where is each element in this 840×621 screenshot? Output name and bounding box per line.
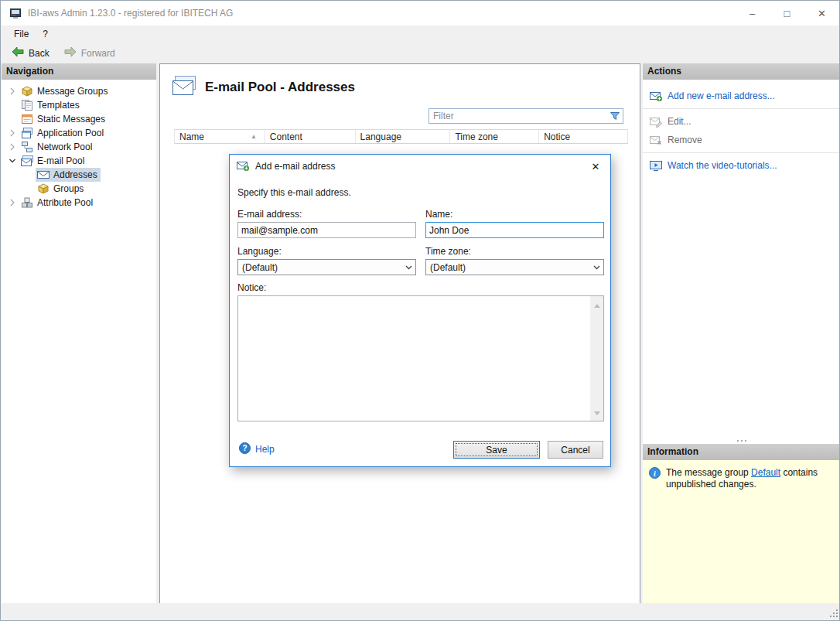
tree-label: E-mail Pool — [37, 155, 84, 166]
add-email-icon — [650, 90, 662, 102]
notice-field-wrap — [237, 295, 604, 421]
tree-label: Attribute Pool — [37, 197, 93, 208]
cancel-button[interactable]: Cancel — [548, 441, 603, 459]
tree-item-addresses[interactable]: Addresses — [2, 168, 156, 182]
static-messages-icon — [21, 113, 33, 125]
application-pool-icon — [21, 127, 33, 139]
name-field[interactable] — [425, 222, 604, 238]
edit-email-icon — [650, 115, 662, 128]
forward-button: Forward — [59, 44, 120, 62]
filter-funnel-icon[interactable] — [610, 111, 620, 121]
tree-item-attribute-pool[interactable]: Attribute Pool — [2, 196, 156, 210]
navigation-tree: Message Groups Templates Static Messages… — [2, 80, 156, 210]
menubar: File ? — [1, 26, 839, 43]
actions-list: Add new e-mail address... Edit... Remove… — [643, 80, 840, 438]
email-address-field[interactable] — [237, 222, 416, 238]
tree-item-templates[interactable]: Templates — [2, 98, 156, 112]
add-email-icon — [237, 159, 249, 174]
close-icon[interactable]: ✕ — [804, 1, 839, 26]
dialog-titlebar: Add e-mail address — [230, 155, 610, 178]
minimize-icon[interactable]: – — [735, 1, 770, 26]
tree-label: Static Messages — [37, 114, 105, 125]
tree-item-message-groups[interactable]: Message Groups — [2, 84, 156, 98]
column-header-timezone[interactable]: Time zone — [450, 130, 539, 143]
chevron-down-icon — [590, 265, 603, 270]
chevron-right-icon[interactable] — [7, 129, 18, 137]
panel-splitter-handle[interactable] — [643, 438, 840, 444]
menu-file[interactable]: File — [7, 26, 36, 43]
email-pool-icon — [21, 155, 33, 167]
language-select[interactable]: (Default) — [237, 259, 416, 275]
notice-label: Notice: — [237, 282, 266, 293]
status-bar — [2, 603, 840, 619]
app-window: IBI-aws Admin 1.23.0 - registered for IB… — [0, 0, 840, 621]
add-email-address-dialog: Add e-mail address ✕ Specify this e-mail… — [229, 154, 611, 467]
tree-item-static-messages[interactable]: Static Messages — [2, 112, 156, 126]
tree-item-groups[interactable]: Groups — [2, 182, 156, 196]
scrollbar[interactable] — [590, 296, 603, 421]
svg-text:?: ? — [242, 444, 247, 452]
page-title: E-mail Pool - Addresses — [205, 80, 355, 95]
back-arrow-icon — [11, 46, 25, 60]
forward-arrow-icon — [63, 46, 77, 60]
groups-icon — [37, 183, 50, 195]
tree-item-application-pool[interactable]: Application Pool — [2, 126, 156, 140]
column-header-content[interactable]: Content — [265, 130, 356, 143]
message-groups-icon — [21, 85, 33, 97]
navigation-header: Navigation — [2, 63, 156, 80]
information-header: Information — [643, 444, 840, 460]
window-title: IBI-aws Admin 1.23.0 - registered for IB… — [28, 8, 735, 19]
tree-label: Addresses — [53, 169, 97, 180]
chevron-down-icon[interactable] — [7, 157, 18, 165]
column-header-notice[interactable]: Notice — [539, 130, 628, 143]
default-message-group-link[interactable]: Default — [751, 467, 780, 478]
actions-header: Actions — [643, 63, 840, 80]
remove-action: Remove — [643, 131, 840, 149]
dialog-description: Specify this e-mail address. — [237, 187, 351, 198]
tree-item-email-pool[interactable]: E-mail Pool — [2, 154, 156, 168]
tree-item-network-pool[interactable]: Network Pool — [2, 140, 156, 154]
sort-asc-icon: ▲ — [251, 134, 257, 140]
scroll-down-icon[interactable] — [594, 407, 600, 418]
resize-grip[interactable] — [829, 609, 838, 618]
svg-text:i: i — [654, 469, 656, 478]
save-button[interactable]: Save — [453, 441, 540, 459]
name-label: Name: — [425, 209, 452, 220]
divider — [643, 152, 840, 153]
app-icon — [9, 7, 22, 19]
network-pool-icon — [21, 141, 33, 153]
help-link[interactable]: ? Help — [239, 442, 275, 456]
watch-video-tutorials-action[interactable]: Watch the video-tutorials... — [643, 156, 840, 175]
remove-email-icon — [650, 134, 662, 146]
maximize-icon[interactable]: □ — [770, 1, 804, 26]
chevron-right-icon[interactable] — [7, 87, 18, 95]
email-pool-page-icon — [172, 76, 196, 98]
tree-label: Application Pool — [37, 128, 104, 138]
tree-label: Network Pool — [37, 142, 92, 152]
forward-label: Forward — [81, 48, 115, 59]
dialog-title: Add e-mail address — [255, 161, 335, 172]
email-address-label: E-mail address: — [237, 209, 302, 220]
divider — [643, 108, 840, 109]
add-new-email-address-action[interactable]: Add new e-mail address... — [643, 87, 840, 105]
chevron-down-icon — [402, 265, 415, 270]
notice-field[interactable] — [238, 296, 590, 421]
information-message: The message group Default contains unpub… — [666, 467, 832, 490]
column-header-language[interactable]: Language — [356, 130, 451, 143]
attribute-pool-icon — [21, 196, 33, 209]
scroll-up-icon[interactable] — [594, 299, 600, 310]
dialog-close-icon[interactable]: ✕ — [588, 159, 603, 173]
back-button[interactable]: Back — [6, 44, 54, 62]
column-header-name[interactable]: Name ▲ — [175, 130, 265, 143]
tree-label: Templates — [37, 100, 80, 111]
language-label: Language: — [237, 246, 282, 257]
filter-input[interactable] — [429, 109, 610, 123]
titlebar: IBI-aws Admin 1.23.0 - registered for IB… — [1, 1, 839, 26]
navigation-toolbar: Back Forward — [1, 43, 839, 63]
timezone-select[interactable]: (Default) — [425, 259, 604, 275]
menu-help[interactable]: ? — [36, 26, 55, 43]
help-icon: ? — [239, 442, 251, 456]
right-sidebar: Actions Add new e-mail address... Edit..… — [643, 63, 840, 604]
chevron-right-icon[interactable] — [7, 143, 18, 151]
chevron-right-icon[interactable] — [7, 199, 18, 206]
